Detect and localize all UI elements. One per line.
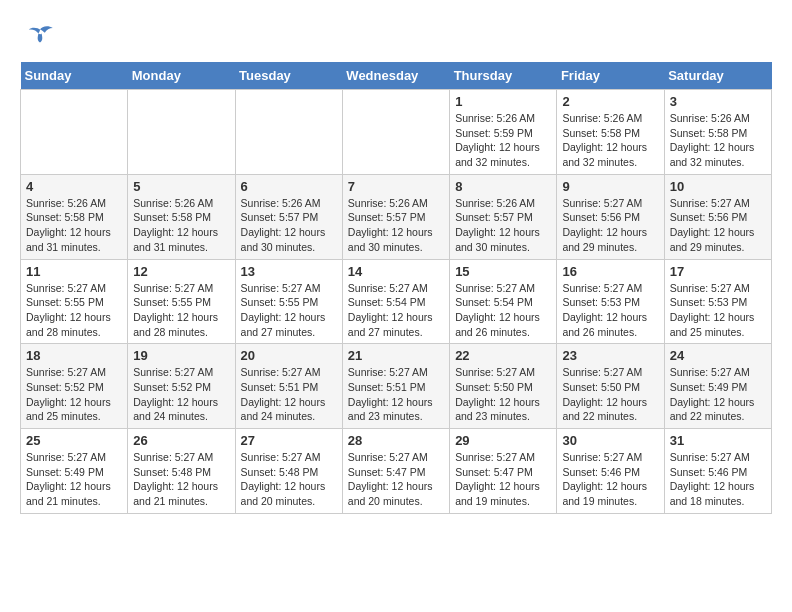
day-info: Sunrise: 5:26 AM Sunset: 5:57 PM Dayligh…: [455, 196, 551, 255]
day-info: Sunrise: 5:27 AM Sunset: 5:53 PM Dayligh…: [670, 281, 766, 340]
day-cell-22: 22Sunrise: 5:27 AM Sunset: 5:50 PM Dayli…: [450, 344, 557, 429]
day-number: 4: [26, 179, 122, 194]
day-number: 20: [241, 348, 337, 363]
empty-cell: [128, 90, 235, 175]
day-number: 5: [133, 179, 229, 194]
day-number: 9: [562, 179, 658, 194]
day-number: 17: [670, 264, 766, 279]
day-number: 21: [348, 348, 444, 363]
day-info: Sunrise: 5:27 AM Sunset: 5:48 PM Dayligh…: [133, 450, 229, 509]
day-info: Sunrise: 5:26 AM Sunset: 5:57 PM Dayligh…: [241, 196, 337, 255]
day-cell-23: 23Sunrise: 5:27 AM Sunset: 5:50 PM Dayli…: [557, 344, 664, 429]
day-cell-3: 3Sunrise: 5:26 AM Sunset: 5:58 PM Daylig…: [664, 90, 771, 175]
day-number: 23: [562, 348, 658, 363]
day-number: 7: [348, 179, 444, 194]
day-header-tuesday: Tuesday: [235, 62, 342, 90]
day-info: Sunrise: 5:27 AM Sunset: 5:55 PM Dayligh…: [133, 281, 229, 340]
day-header-thursday: Thursday: [450, 62, 557, 90]
day-info: Sunrise: 5:27 AM Sunset: 5:50 PM Dayligh…: [455, 365, 551, 424]
day-cell-2: 2Sunrise: 5:26 AM Sunset: 5:58 PM Daylig…: [557, 90, 664, 175]
day-info: Sunrise: 5:27 AM Sunset: 5:55 PM Dayligh…: [241, 281, 337, 340]
day-header-friday: Friday: [557, 62, 664, 90]
day-cell-13: 13Sunrise: 5:27 AM Sunset: 5:55 PM Dayli…: [235, 259, 342, 344]
day-info: Sunrise: 5:27 AM Sunset: 5:49 PM Dayligh…: [26, 450, 122, 509]
day-cell-5: 5Sunrise: 5:26 AM Sunset: 5:58 PM Daylig…: [128, 174, 235, 259]
day-cell-10: 10Sunrise: 5:27 AM Sunset: 5:56 PM Dayli…: [664, 174, 771, 259]
day-cell-24: 24Sunrise: 5:27 AM Sunset: 5:49 PM Dayli…: [664, 344, 771, 429]
day-cell-12: 12Sunrise: 5:27 AM Sunset: 5:55 PM Dayli…: [128, 259, 235, 344]
day-cell-30: 30Sunrise: 5:27 AM Sunset: 5:46 PM Dayli…: [557, 429, 664, 514]
day-number: 19: [133, 348, 229, 363]
day-info: Sunrise: 5:27 AM Sunset: 5:46 PM Dayligh…: [670, 450, 766, 509]
day-number: 25: [26, 433, 122, 448]
empty-cell: [342, 90, 449, 175]
day-info: Sunrise: 5:26 AM Sunset: 5:59 PM Dayligh…: [455, 111, 551, 170]
day-info: Sunrise: 5:27 AM Sunset: 5:56 PM Dayligh…: [670, 196, 766, 255]
day-cell-29: 29Sunrise: 5:27 AM Sunset: 5:47 PM Dayli…: [450, 429, 557, 514]
day-number: 26: [133, 433, 229, 448]
day-number: 24: [670, 348, 766, 363]
day-cell-26: 26Sunrise: 5:27 AM Sunset: 5:48 PM Dayli…: [128, 429, 235, 514]
week-row-2: 4Sunrise: 5:26 AM Sunset: 5:58 PM Daylig…: [21, 174, 772, 259]
logo: [20, 20, 56, 52]
day-number: 30: [562, 433, 658, 448]
day-info: Sunrise: 5:27 AM Sunset: 5:52 PM Dayligh…: [26, 365, 122, 424]
day-header-saturday: Saturday: [664, 62, 771, 90]
day-header-monday: Monday: [128, 62, 235, 90]
week-row-3: 11Sunrise: 5:27 AM Sunset: 5:55 PM Dayli…: [21, 259, 772, 344]
day-info: Sunrise: 5:26 AM Sunset: 5:58 PM Dayligh…: [670, 111, 766, 170]
day-number: 18: [26, 348, 122, 363]
day-info: Sunrise: 5:27 AM Sunset: 5:54 PM Dayligh…: [348, 281, 444, 340]
day-info: Sunrise: 5:27 AM Sunset: 5:50 PM Dayligh…: [562, 365, 658, 424]
day-info: Sunrise: 5:27 AM Sunset: 5:51 PM Dayligh…: [348, 365, 444, 424]
day-cell-15: 15Sunrise: 5:27 AM Sunset: 5:54 PM Dayli…: [450, 259, 557, 344]
day-number: 6: [241, 179, 337, 194]
day-cell-11: 11Sunrise: 5:27 AM Sunset: 5:55 PM Dayli…: [21, 259, 128, 344]
day-number: 10: [670, 179, 766, 194]
day-info: Sunrise: 5:27 AM Sunset: 5:56 PM Dayligh…: [562, 196, 658, 255]
page-header: [20, 20, 772, 52]
day-number: 15: [455, 264, 551, 279]
day-number: 28: [348, 433, 444, 448]
day-number: 8: [455, 179, 551, 194]
day-info: Sunrise: 5:27 AM Sunset: 5:53 PM Dayligh…: [562, 281, 658, 340]
day-cell-17: 17Sunrise: 5:27 AM Sunset: 5:53 PM Dayli…: [664, 259, 771, 344]
day-number: 12: [133, 264, 229, 279]
day-number: 31: [670, 433, 766, 448]
day-number: 14: [348, 264, 444, 279]
day-number: 16: [562, 264, 658, 279]
day-header-sunday: Sunday: [21, 62, 128, 90]
day-cell-25: 25Sunrise: 5:27 AM Sunset: 5:49 PM Dayli…: [21, 429, 128, 514]
day-cell-28: 28Sunrise: 5:27 AM Sunset: 5:47 PM Dayli…: [342, 429, 449, 514]
days-header-row: SundayMondayTuesdayWednesdayThursdayFrid…: [21, 62, 772, 90]
bird-icon: [24, 20, 56, 52]
day-info: Sunrise: 5:27 AM Sunset: 5:52 PM Dayligh…: [133, 365, 229, 424]
day-number: 27: [241, 433, 337, 448]
day-number: 29: [455, 433, 551, 448]
day-cell-18: 18Sunrise: 5:27 AM Sunset: 5:52 PM Dayli…: [21, 344, 128, 429]
empty-cell: [235, 90, 342, 175]
day-info: Sunrise: 5:27 AM Sunset: 5:47 PM Dayligh…: [348, 450, 444, 509]
day-cell-19: 19Sunrise: 5:27 AM Sunset: 5:52 PM Dayli…: [128, 344, 235, 429]
day-number: 3: [670, 94, 766, 109]
day-info: Sunrise: 5:26 AM Sunset: 5:58 PM Dayligh…: [133, 196, 229, 255]
day-number: 1: [455, 94, 551, 109]
day-cell-21: 21Sunrise: 5:27 AM Sunset: 5:51 PM Dayli…: [342, 344, 449, 429]
week-row-4: 18Sunrise: 5:27 AM Sunset: 5:52 PM Dayli…: [21, 344, 772, 429]
day-info: Sunrise: 5:26 AM Sunset: 5:58 PM Dayligh…: [26, 196, 122, 255]
empty-cell: [21, 90, 128, 175]
day-header-wednesday: Wednesday: [342, 62, 449, 90]
day-info: Sunrise: 5:27 AM Sunset: 5:48 PM Dayligh…: [241, 450, 337, 509]
day-cell-9: 9Sunrise: 5:27 AM Sunset: 5:56 PM Daylig…: [557, 174, 664, 259]
day-number: 13: [241, 264, 337, 279]
day-info: Sunrise: 5:27 AM Sunset: 5:55 PM Dayligh…: [26, 281, 122, 340]
day-number: 2: [562, 94, 658, 109]
day-info: Sunrise: 5:26 AM Sunset: 5:58 PM Dayligh…: [562, 111, 658, 170]
day-info: Sunrise: 5:27 AM Sunset: 5:49 PM Dayligh…: [670, 365, 766, 424]
day-info: Sunrise: 5:27 AM Sunset: 5:46 PM Dayligh…: [562, 450, 658, 509]
day-cell-7: 7Sunrise: 5:26 AM Sunset: 5:57 PM Daylig…: [342, 174, 449, 259]
day-cell-6: 6Sunrise: 5:26 AM Sunset: 5:57 PM Daylig…: [235, 174, 342, 259]
logo-text: [20, 20, 56, 52]
day-info: Sunrise: 5:27 AM Sunset: 5:47 PM Dayligh…: [455, 450, 551, 509]
day-cell-20: 20Sunrise: 5:27 AM Sunset: 5:51 PM Dayli…: [235, 344, 342, 429]
